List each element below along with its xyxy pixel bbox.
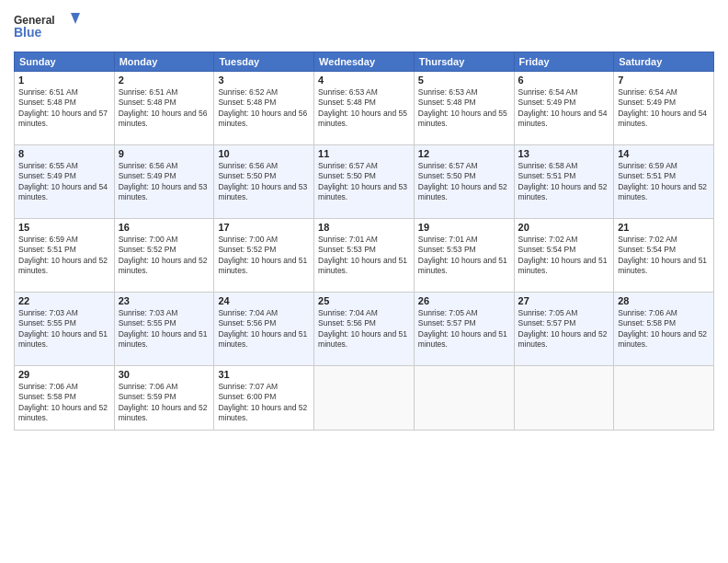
day-number: 30 (119, 369, 210, 380)
day-info: Sunrise: 6:56 AMSunset: 5:50 PMDaylight:… (218, 161, 310, 203)
day-info: Sunrise: 7:01 AMSunset: 5:53 PMDaylight:… (318, 235, 410, 277)
day-number: 17 (218, 222, 310, 233)
day-info: Sunrise: 7:02 AMSunset: 5:54 PMDaylight:… (518, 235, 610, 277)
calendar-cell: 4Sunrise: 6:53 AMSunset: 5:48 PMDaylight… (314, 72, 415, 145)
weekday-header-thursday: Thursday (414, 52, 514, 72)
calendar-cell: 2Sunrise: 6:51 AMSunset: 5:48 PMDaylight… (114, 72, 214, 145)
calendar-body: 1Sunrise: 6:51 AMSunset: 5:48 PMDaylight… (15, 72, 714, 431)
day-info: Sunrise: 7:00 AMSunset: 5:52 PMDaylight:… (218, 235, 310, 277)
day-number: 20 (518, 222, 610, 233)
weekday-header-monday: Monday (114, 52, 214, 72)
weekday-header-wednesday: Wednesday (314, 52, 415, 72)
day-number: 6 (518, 75, 610, 86)
calendar-header: SundayMondayTuesdayWednesdayThursdayFrid… (15, 52, 714, 72)
calendar-cell: 25Sunrise: 7:04 AMSunset: 5:56 PMDayligh… (314, 293, 415, 366)
day-info: Sunrise: 6:55 AMSunset: 5:49 PMDaylight:… (18, 161, 110, 203)
calendar-cell: 23Sunrise: 7:03 AMSunset: 5:55 PMDayligh… (114, 293, 214, 366)
day-info: Sunrise: 7:04 AMSunset: 5:56 PMDaylight:… (218, 308, 310, 350)
calendar-cell: 17Sunrise: 7:00 AMSunset: 5:52 PMDayligh… (214, 219, 314, 293)
day-number: 4 (318, 75, 410, 86)
day-info: Sunrise: 7:05 AMSunset: 5:57 PMDaylight:… (418, 308, 510, 350)
day-info: Sunrise: 7:04 AMSunset: 5:56 PMDaylight:… (318, 308, 410, 350)
calendar-cell: 12Sunrise: 6:57 AMSunset: 5:50 PMDayligh… (414, 145, 514, 219)
calendar-cell: 22Sunrise: 7:03 AMSunset: 5:55 PMDayligh… (15, 293, 115, 366)
day-info: Sunrise: 6:56 AMSunset: 5:49 PMDaylight:… (119, 161, 210, 203)
weekday-header-sunday: Sunday (15, 52, 115, 72)
calendar-cell: 3Sunrise: 6:52 AMSunset: 5:48 PMDaylight… (214, 72, 314, 145)
day-info: Sunrise: 7:00 AMSunset: 5:52 PMDaylight:… (119, 235, 210, 277)
week-row-2: 8Sunrise: 6:55 AMSunset: 5:49 PMDaylight… (15, 145, 714, 219)
calendar-cell: 18Sunrise: 7:01 AMSunset: 5:53 PMDayligh… (314, 219, 415, 293)
day-info: Sunrise: 6:51 AMSunset: 5:48 PMDaylight:… (119, 87, 210, 130)
calendar-cell: 30Sunrise: 7:06 AMSunset: 5:59 PMDayligh… (114, 366, 214, 431)
logo-svg: General Blue (14, 9, 87, 46)
svg-text:Blue: Blue (14, 25, 42, 40)
day-number: 31 (218, 369, 310, 380)
day-info: Sunrise: 6:59 AMSunset: 5:51 PMDaylight:… (618, 161, 710, 203)
day-info: Sunrise: 7:03 AMSunset: 5:55 PMDaylight:… (18, 308, 110, 350)
day-info: Sunrise: 6:54 AMSunset: 5:49 PMDaylight:… (518, 87, 610, 130)
weekday-header-friday: Friday (514, 52, 614, 72)
day-number: 26 (418, 295, 510, 306)
calendar-cell: 6Sunrise: 6:54 AMSunset: 5:49 PMDaylight… (514, 72, 614, 145)
weekday-header-saturday: Saturday (614, 52, 714, 72)
calendar-cell: 13Sunrise: 6:58 AMSunset: 5:51 PMDayligh… (514, 145, 614, 219)
day-info: Sunrise: 6:54 AMSunset: 5:49 PMDaylight:… (618, 87, 710, 130)
day-info: Sunrise: 7:06 AMSunset: 5:58 PMDaylight:… (618, 308, 710, 350)
calendar-cell: 14Sunrise: 6:59 AMSunset: 5:51 PMDayligh… (614, 145, 714, 219)
calendar-cell: 27Sunrise: 7:05 AMSunset: 5:57 PMDayligh… (514, 293, 614, 366)
day-number: 15 (18, 222, 110, 233)
day-number: 21 (618, 222, 710, 233)
calendar-cell (414, 366, 514, 431)
day-number: 10 (218, 148, 310, 159)
day-number: 11 (318, 148, 410, 159)
day-number: 27 (518, 295, 610, 306)
day-number: 25 (318, 295, 410, 306)
calendar-cell: 29Sunrise: 7:06 AMSunset: 5:58 PMDayligh… (15, 366, 115, 431)
day-info: Sunrise: 6:59 AMSunset: 5:51 PMDaylight:… (18, 235, 110, 277)
day-number: 18 (318, 222, 410, 233)
calendar-cell: 15Sunrise: 6:59 AMSunset: 5:51 PMDayligh… (15, 219, 115, 293)
calendar-cell: 9Sunrise: 6:56 AMSunset: 5:49 PMDaylight… (114, 145, 214, 219)
calendar-cell (514, 366, 614, 431)
day-info: Sunrise: 7:07 AMSunset: 6:00 PMDaylight:… (218, 382, 310, 424)
calendar-cell (314, 366, 415, 431)
day-number: 19 (418, 222, 510, 233)
calendar-cell: 24Sunrise: 7:04 AMSunset: 5:56 PMDayligh… (214, 293, 314, 366)
day-number: 1 (18, 75, 110, 86)
svg-marker-2 (71, 13, 80, 24)
day-number: 8 (18, 148, 110, 159)
calendar-cell (614, 366, 714, 431)
calendar-cell: 10Sunrise: 6:56 AMSunset: 5:50 PMDayligh… (214, 145, 314, 219)
day-info: Sunrise: 6:53 AMSunset: 5:48 PMDaylight:… (418, 87, 510, 130)
day-number: 3 (218, 75, 310, 86)
day-number: 16 (119, 222, 210, 233)
day-number: 28 (618, 295, 710, 306)
calendar-cell: 7Sunrise: 6:54 AMSunset: 5:49 PMDaylight… (614, 72, 714, 145)
week-row-3: 15Sunrise: 6:59 AMSunset: 5:51 PMDayligh… (15, 219, 714, 293)
weekday-header-tuesday: Tuesday (214, 52, 314, 72)
day-info: Sunrise: 7:05 AMSunset: 5:57 PMDaylight:… (518, 308, 610, 350)
calendar-cell: 8Sunrise: 6:55 AMSunset: 5:49 PMDaylight… (15, 145, 115, 219)
day-number: 24 (218, 295, 310, 306)
day-info: Sunrise: 7:02 AMSunset: 5:54 PMDaylight:… (618, 235, 710, 277)
calendar-cell: 31Sunrise: 7:07 AMSunset: 6:00 PMDayligh… (214, 366, 314, 431)
day-info: Sunrise: 7:01 AMSunset: 5:53 PMDaylight:… (418, 235, 510, 277)
calendar-cell: 26Sunrise: 7:05 AMSunset: 5:57 PMDayligh… (414, 293, 514, 366)
calendar-cell: 11Sunrise: 6:57 AMSunset: 5:50 PMDayligh… (314, 145, 415, 219)
calendar-cell: 21Sunrise: 7:02 AMSunset: 5:54 PMDayligh… (614, 219, 714, 293)
day-info: Sunrise: 7:06 AMSunset: 5:59 PMDaylight:… (119, 382, 210, 424)
calendar-container: General Blue SundayMondayTuesdayWednesda… (0, 0, 728, 563)
day-number: 7 (618, 75, 710, 86)
day-info: Sunrise: 7:06 AMSunset: 5:58 PMDaylight:… (18, 382, 110, 424)
logo: General Blue (14, 9, 87, 46)
day-number: 9 (119, 148, 210, 159)
day-info: Sunrise: 6:53 AMSunset: 5:48 PMDaylight:… (318, 87, 410, 130)
week-row-5: 29Sunrise: 7:06 AMSunset: 5:58 PMDayligh… (15, 366, 714, 431)
day-info: Sunrise: 6:57 AMSunset: 5:50 PMDaylight:… (318, 161, 410, 203)
day-info: Sunrise: 6:51 AMSunset: 5:48 PMDaylight:… (18, 87, 110, 130)
day-info: Sunrise: 6:52 AMSunset: 5:48 PMDaylight:… (218, 87, 310, 130)
day-info: Sunrise: 6:58 AMSunset: 5:51 PMDaylight:… (518, 161, 610, 203)
day-number: 13 (518, 148, 610, 159)
day-number: 2 (119, 75, 210, 86)
